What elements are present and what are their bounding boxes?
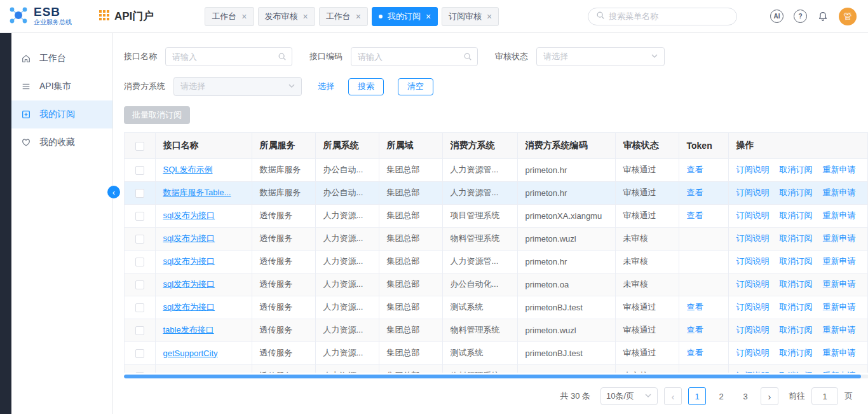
tab-0[interactable]: 工作台× [205,7,254,26]
reapply-link[interactable]: 重新申请 [823,188,856,197]
clear-button[interactable]: 清空 [398,78,433,95]
row-checkbox[interactable] [135,166,144,175]
row-checkbox[interactable] [135,212,144,221]
reapply-link[interactable]: 重新申请 [823,210,856,220]
token-view-link[interactable]: 查看 [687,188,703,197]
tab-1[interactable]: 发布审核× [258,7,315,26]
interface-code-input[interactable] [351,47,478,66]
tab-3[interactable]: 我的订阅× [372,7,438,26]
batch-cancel-subscription-button[interactable]: 批量取消订阅 [124,106,190,124]
row-select-cell [125,364,155,373]
cancel-subscription-link[interactable]: 取消订阅 [780,279,813,289]
tab-close-icon[interactable]: × [356,12,361,21]
cancel-subscription-link[interactable]: 取消订阅 [780,325,813,335]
sidebar-item-0[interactable]: 工作台 [11,45,112,72]
subscription-info-link[interactable]: 订阅说明 [736,256,770,266]
tab-2[interactable]: 工作台× [319,7,368,26]
token-view-link[interactable]: 查看 [687,325,703,335]
sidebar-collapse-button[interactable]: ‹ [107,186,120,198]
row-checkbox[interactable] [135,280,144,289]
row-checkbox[interactable] [135,258,144,266]
interface-name-link[interactable]: sql发布为接口 [163,279,215,289]
interface-name-link[interactable]: sql发布为接口 [163,256,215,266]
reapply-link[interactable]: 重新申请 [823,371,856,373]
sidebar-item-1[interactable]: API集市 [11,72,112,100]
interface-name-link[interactable]: getSupportCity [163,348,218,358]
subscription-info-link[interactable]: 订阅说明 [736,188,770,197]
page-size-select[interactable]: 10条/页 [600,387,658,405]
choose-link[interactable]: 选择 [318,81,334,92]
cancel-subscription-link[interactable]: 取消订阅 [780,371,813,373]
consumer-system-select[interactable]: 请选择 [173,77,302,96]
cancel-subscription-link[interactable]: 取消订阅 [780,348,813,357]
ai-assistant-icon[interactable]: AI [770,10,783,23]
token-view-link[interactable]: 查看 [687,210,703,220]
row-checkbox[interactable] [135,326,144,335]
interface-name-link[interactable]: sql发布为接口 [163,233,215,243]
service-cell: 数据库服务 [252,181,315,204]
row-checkbox[interactable] [135,235,144,244]
interface-name-link[interactable]: table发布接口 [163,325,214,335]
interface-name-link[interactable]: 数据库服务Table... [163,188,231,197]
row-checkbox[interactable] [135,189,144,198]
goto-page-input[interactable] [811,387,838,405]
audit-status-select[interactable]: 请选择 [536,47,665,66]
reapply-link[interactable]: 重新申请 [823,348,856,357]
consumer-cell: 人力资源管... [442,250,517,273]
interface-name-link[interactable]: sql发布为接口 [163,302,215,312]
system-cell: 人力资源... [315,364,379,373]
reapply-link[interactable]: 重新申请 [823,325,856,335]
row-checkbox[interactable] [135,372,144,373]
tab-close-icon[interactable]: × [241,12,247,21]
reapply-link[interactable]: 重新申请 [823,233,856,243]
interface-name-link[interactable]: SQL发布示例 [163,165,213,174]
token-view-link[interactable]: 查看 [687,348,703,357]
reapply-link[interactable]: 重新申请 [823,302,856,312]
subscription-info-link[interactable]: 订阅说明 [736,348,770,357]
token-view-link[interactable]: 查看 [687,302,703,312]
interface-name-link[interactable]: getSupportCity [163,371,218,373]
cancel-subscription-link[interactable]: 取消订阅 [780,233,813,243]
select-all-checkbox[interactable] [135,142,144,151]
help-icon[interactable]: ? [794,10,807,23]
tab-close-icon[interactable]: × [303,12,308,21]
horizontal-scrollbar-thumb[interactable] [124,375,861,378]
menu-search-input[interactable] [609,11,729,21]
page-unit-label: 页 [844,390,853,402]
token-view-link[interactable]: 查看 [687,165,703,174]
tab-close-icon[interactable]: × [487,12,492,21]
next-page-button[interactable]: › [761,387,778,405]
cancel-subscription-link[interactable]: 取消订阅 [780,302,813,312]
sidebar-item-2[interactable]: 我的订阅 [11,100,112,128]
interface-name-cell: sql发布为接口 [155,250,252,273]
prev-page-button[interactable]: ‹ [664,387,682,405]
cancel-subscription-link[interactable]: 取消订阅 [780,188,813,197]
cancel-subscription-link[interactable]: 取消订阅 [780,256,813,266]
interface-name-link[interactable]: sql发布为接口 [163,210,215,220]
subscription-info-link[interactable]: 订阅说明 [736,233,770,243]
subscription-info-link[interactable]: 订阅说明 [736,210,770,220]
row-checkbox[interactable] [135,303,144,312]
reapply-link[interactable]: 重新申请 [823,279,856,289]
page-button-2[interactable]: 2 [712,387,730,405]
tab-4[interactable]: 订阅审核× [442,7,499,26]
interface-name-input[interactable] [165,47,292,66]
page-button-1[interactable]: 1 [688,387,706,405]
avatar[interactable]: 管 [839,8,857,25]
reapply-link[interactable]: 重新申请 [823,256,856,266]
bell-icon[interactable] [817,11,829,22]
sidebar-item-3[interactable]: 我的收藏 [11,128,112,156]
page-button-3[interactable]: 3 [736,387,754,405]
subscription-info-link[interactable]: 订阅说明 [736,165,770,174]
tab-close-icon[interactable]: × [426,12,431,21]
subscription-info-link[interactable]: 订阅说明 [736,325,770,335]
menu-search[interactable] [588,8,737,25]
cancel-subscription-link[interactable]: 取消订阅 [780,165,813,174]
search-button[interactable]: 搜索 [348,78,384,95]
subscription-info-link[interactable]: 订阅说明 [736,279,770,289]
reapply-link[interactable]: 重新申请 [823,165,856,174]
subscription-info-link[interactable]: 订阅说明 [736,371,770,373]
subscription-info-link[interactable]: 订阅说明 [736,302,770,312]
cancel-subscription-link[interactable]: 取消订阅 [780,210,813,220]
row-checkbox[interactable] [135,349,144,358]
